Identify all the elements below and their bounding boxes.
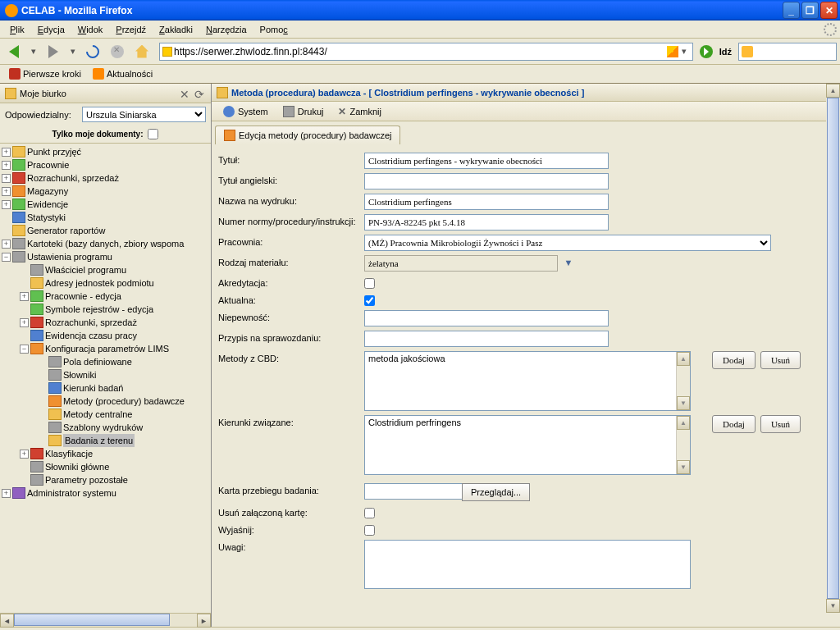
checkbox-akredytacja[interactable] — [364, 278, 375, 289]
tree-node[interactable]: Metody centralne — [63, 408, 132, 421]
scroll-up-button[interactable]: ▲ — [826, 84, 840, 98]
tree-node[interactable]: Słowniki — [63, 368, 96, 381]
scroll-up-icon[interactable]: ▲ — [677, 352, 690, 366]
scroll-up-icon[interactable]: ▲ — [677, 416, 690, 430]
tree-node[interactable]: Administrator systemu — [27, 486, 116, 500]
forward-button[interactable] — [43, 41, 64, 62]
tree-node[interactable]: Magazyny — [27, 185, 68, 198]
tree-node[interactable]: Słowniki główne — [45, 460, 109, 473]
scroll-thumb[interactable] — [14, 614, 170, 626]
button-cbd-del[interactable]: Usuń — [760, 351, 801, 369]
input-przypis[interactable] — [364, 331, 609, 347]
reload-button[interactable] — [82, 41, 103, 62]
tree-node[interactable]: Kierunki badań — [63, 381, 123, 395]
toolbar-system[interactable]: System — [217, 104, 275, 119]
label-norma: Numer normy/procedury/instrukcji: — [218, 214, 364, 226]
tree-node[interactable]: Kartoteki (bazy danych, zbiory wspoma — [27, 237, 184, 250]
bookmark-news[interactable]: Aktualności — [89, 66, 157, 81]
url-input[interactable] — [174, 46, 667, 57]
expand-toggle[interactable]: + — [2, 148, 11, 157]
tab-edit-method[interactable]: Edycja metody (procedury) badawczej — [215, 126, 400, 144]
button-kier-del[interactable]: Usuń — [760, 415, 801, 433]
menu-go[interactable]: Przejdź — [109, 23, 153, 36]
textarea-uwagi[interactable] — [364, 540, 691, 589]
scroll-left-button[interactable]: ◄ — [0, 614, 14, 628]
item-icon — [30, 264, 43, 276]
menu-help[interactable]: Pomoc — [253, 23, 294, 36]
listbox-kierunki[interactable]: Clostridium perfringens▲▼ — [364, 415, 691, 475]
scroll-down-button[interactable]: ▼ — [826, 599, 840, 613]
tree-node[interactable]: Statystyki — [27, 211, 66, 224]
tree-node[interactable]: Punkt przyjęć — [27, 145, 81, 158]
tree-node[interactable]: Adresy jednostek podmiotu — [45, 276, 154, 290]
sidebar-hscrollbar[interactable]: ◄ ► — [0, 613, 211, 627]
tree-node[interactable]: Pracownie — [27, 158, 69, 171]
minimize-button[interactable]: _ — [783, 2, 800, 19]
responsible-select[interactable]: Urszula Siniarska — [82, 107, 206, 122]
nav-toolbar: ▾ ▾ ▾ Idź — [0, 39, 840, 65]
tree-node-selected[interactable]: Badania z terenu — [63, 434, 135, 447]
tree-node[interactable]: Szablony wydruków — [63, 421, 143, 434]
back-dropdown[interactable]: ▾ — [28, 46, 39, 57]
tree-node[interactable]: Ustawienia programu — [27, 250, 112, 263]
button-browse[interactable]: Przeglądaj... — [462, 483, 530, 501]
menu-edit[interactable]: Edycja — [31, 23, 71, 36]
checkbox-wyjasnij[interactable] — [364, 525, 375, 536]
listbox-cbd[interactable]: metoda jakościowa▲▼ — [364, 351, 691, 411]
button-cbd-add[interactable]: Dodaj — [712, 351, 756, 369]
form-icon — [217, 87, 228, 98]
go-label[interactable]: Idź — [716, 47, 735, 57]
menu-tools[interactable]: Narzędzia — [199, 23, 253, 36]
tree-node[interactable]: Generator raportów — [27, 224, 105, 237]
forward-dropdown[interactable]: ▾ — [67, 46, 79, 57]
refresh-panel-icon[interactable]: ⟳ — [194, 88, 206, 99]
tree-node[interactable]: Pola definiowane — [63, 355, 132, 368]
tree-node[interactable]: Parametry pozostałe — [45, 473, 128, 486]
scroll-right-button[interactable]: ► — [197, 614, 211, 628]
menu-bookmarks[interactable]: Zakładki — [153, 23, 199, 36]
onlymine-checkbox[interactable] — [148, 129, 158, 139]
bookmark-first-steps[interactable]: Pierwsze kroki — [5, 66, 85, 81]
input-tytul-ang[interactable] — [364, 173, 609, 189]
input-tytul[interactable] — [364, 153, 609, 169]
tree-node[interactable]: Symbole rejestrów - edycja — [45, 303, 153, 316]
tree-node[interactable]: Klasyfikacje — [45, 447, 93, 460]
vscroll-thumb[interactable] — [827, 98, 839, 599]
tree-node[interactable]: Ewidencja czasu pracy — [45, 329, 137, 342]
input-niepewnosc[interactable] — [364, 310, 609, 326]
edit-icon[interactable] — [667, 46, 678, 57]
tree-node[interactable]: Metody (procedury) badawcze — [63, 395, 185, 408]
go-icon[interactable] — [700, 45, 713, 58]
tree-node[interactable]: Właściciel programu — [45, 263, 126, 276]
home-button[interactable] — [131, 41, 153, 62]
rodzaj-dropdown-icon[interactable]: ▼ — [561, 255, 576, 270]
input-norma[interactable] — [364, 214, 609, 231]
select-pracownia[interactable]: (MŻ) Pracownia Mikrobiologii Żywności i … — [364, 235, 771, 251]
checkbox-aktualna[interactable] — [364, 295, 375, 306]
checkbox-usun-karte[interactable] — [364, 508, 375, 518]
tree-node[interactable]: Pracownie - edycja — [45, 290, 121, 303]
toolbar-close[interactable]: ✕Zamknij — [331, 104, 388, 119]
scroll-down-icon[interactable]: ▼ — [677, 460, 690, 474]
menu-file[interactable]: Plik — [3, 23, 31, 36]
main-vscrollbar[interactable]: ▲ ▼ — [826, 84, 840, 627]
back-button[interactable] — [3, 41, 25, 62]
search-box[interactable] — [738, 43, 837, 61]
button-kier-add[interactable]: Dodaj — [712, 415, 756, 433]
input-nazwa-wydruk[interactable] — [364, 194, 609, 210]
label-tytul: Tytuł: — [218, 153, 364, 165]
url-bar[interactable]: ▾ — [159, 43, 693, 61]
stop-button[interactable] — [107, 41, 128, 62]
tree-node[interactable]: Rozrachunki, sprzedaż — [27, 171, 119, 185]
scroll-down-icon[interactable]: ▼ — [677, 396, 690, 410]
maximize-button[interactable]: ❐ — [801, 2, 819, 19]
window-close-button[interactable]: ✕ — [820, 2, 838, 19]
input-karta[interactable] — [364, 483, 463, 500]
url-dropdown[interactable]: ▾ — [678, 46, 690, 57]
menu-view[interactable]: Widok — [71, 23, 110, 36]
tree-node[interactable]: Rozrachunki, sprzedaż — [45, 316, 137, 329]
toolbar-print[interactable]: Drukuj — [276, 104, 331, 119]
tree-node[interactable]: Konfiguracja parametrów LIMS — [45, 342, 169, 355]
collapse-icon[interactable]: ✕ — [180, 88, 191, 99]
tree-node[interactable]: Ewidencje — [27, 198, 68, 211]
